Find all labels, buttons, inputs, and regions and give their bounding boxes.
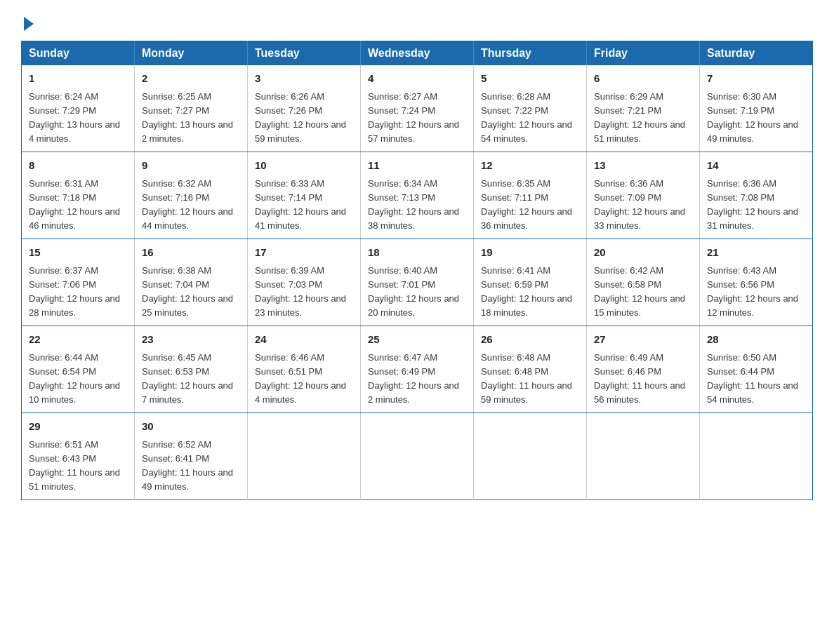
day-info: Sunrise: 6:39 AMSunset: 7:03 PMDaylight:… [255,265,346,318]
calendar-cell: 5 Sunrise: 6:28 AMSunset: 7:22 PMDayligh… [474,65,587,152]
day-info: Sunrise: 6:31 AMSunset: 7:18 PMDaylight:… [29,178,120,231]
calendar-cell [361,413,474,500]
day-info: Sunrise: 6:41 AMSunset: 6:59 PMDaylight:… [481,265,572,318]
day-info: Sunrise: 6:47 AMSunset: 6:49 PMDaylight:… [368,352,459,405]
day-info: Sunrise: 6:37 AMSunset: 7:06 PMDaylight:… [29,265,120,318]
calendar-cell: 1 Sunrise: 6:24 AMSunset: 7:29 PMDayligh… [22,65,135,152]
day-info: Sunrise: 6:30 AMSunset: 7:19 PMDaylight:… [707,91,798,144]
weekday-header-saturday: Saturday [700,41,813,66]
day-info: Sunrise: 6:50 AMSunset: 6:44 PMDaylight:… [707,352,798,405]
day-info: Sunrise: 6:51 AMSunset: 6:43 PMDaylight:… [29,439,120,492]
calendar-cell: 4 Sunrise: 6:27 AMSunset: 7:24 PMDayligh… [361,65,474,152]
day-number: 20 [594,245,692,261]
day-info: Sunrise: 6:26 AMSunset: 7:26 PMDaylight:… [255,91,346,144]
weekday-header-tuesday: Tuesday [248,41,361,66]
calendar-cell: 2 Sunrise: 6:25 AMSunset: 7:27 PMDayligh… [135,65,248,152]
day-number: 24 [255,332,353,348]
day-number: 25 [368,332,466,348]
calendar-cell: 9 Sunrise: 6:32 AMSunset: 7:16 PMDayligh… [135,152,248,239]
day-info: Sunrise: 6:48 AMSunset: 6:48 PMDaylight:… [481,352,572,405]
calendar-cell: 27 Sunrise: 6:49 AMSunset: 6:46 PMDaylig… [587,326,700,413]
calendar-cell: 25 Sunrise: 6:47 AMSunset: 6:49 PMDaylig… [361,326,474,413]
day-info: Sunrise: 6:36 AMSunset: 7:08 PMDaylight:… [707,178,798,231]
calendar-cell [248,413,361,500]
day-number: 5 [481,71,579,87]
day-number: 30 [142,419,240,435]
day-number: 12 [481,158,579,174]
day-number: 19 [481,245,579,261]
day-info: Sunrise: 6:33 AMSunset: 7:14 PMDaylight:… [255,178,346,231]
calendar-cell: 23 Sunrise: 6:45 AMSunset: 6:53 PMDaylig… [135,326,248,413]
calendar-cell [587,413,700,500]
weekday-header-sunday: Sunday [22,41,135,66]
calendar-cell: 26 Sunrise: 6:48 AMSunset: 6:48 PMDaylig… [474,326,587,413]
day-number: 22 [29,332,127,348]
day-number: 14 [707,158,805,174]
weekday-header-thursday: Thursday [474,41,587,66]
day-number: 29 [29,419,127,435]
calendar-week-row: 8 Sunrise: 6:31 AMSunset: 7:18 PMDayligh… [22,152,813,239]
day-number: 21 [707,245,805,261]
calendar-cell: 20 Sunrise: 6:42 AMSunset: 6:58 PMDaylig… [587,239,700,326]
day-number: 8 [29,158,127,174]
calendar-week-row: 15 Sunrise: 6:37 AMSunset: 7:06 PMDaylig… [22,239,813,326]
day-info: Sunrise: 6:45 AMSunset: 6:53 PMDaylight:… [142,352,233,405]
calendar-cell: 19 Sunrise: 6:41 AMSunset: 6:59 PMDaylig… [474,239,587,326]
calendar-cell: 13 Sunrise: 6:36 AMSunset: 7:09 PMDaylig… [587,152,700,239]
day-info: Sunrise: 6:52 AMSunset: 6:41 PMDaylight:… [142,439,233,492]
day-info: Sunrise: 6:27 AMSunset: 7:24 PMDaylight:… [368,91,459,144]
weekday-header-row: SundayMondayTuesdayWednesdayThursdayFrid… [22,41,813,66]
logo-arrow-icon [24,17,34,31]
day-info: Sunrise: 6:49 AMSunset: 6:46 PMDaylight:… [594,352,685,405]
calendar-cell: 3 Sunrise: 6:26 AMSunset: 7:26 PMDayligh… [248,65,361,152]
day-number: 13 [594,158,692,174]
day-number: 4 [368,71,466,87]
day-info: Sunrise: 6:42 AMSunset: 6:58 PMDaylight:… [594,265,685,318]
weekday-header-monday: Monday [135,41,248,66]
weekday-header-wednesday: Wednesday [361,41,474,66]
day-info: Sunrise: 6:38 AMSunset: 7:04 PMDaylight:… [142,265,233,318]
calendar-cell: 11 Sunrise: 6:34 AMSunset: 7:13 PMDaylig… [361,152,474,239]
logo [21,14,34,28]
day-number: 2 [142,71,240,87]
day-info: Sunrise: 6:24 AMSunset: 7:29 PMDaylight:… [29,91,120,144]
calendar-cell: 24 Sunrise: 6:46 AMSunset: 6:51 PMDaylig… [248,326,361,413]
calendar-cell: 8 Sunrise: 6:31 AMSunset: 7:18 PMDayligh… [22,152,135,239]
day-number: 23 [142,332,240,348]
day-info: Sunrise: 6:25 AMSunset: 7:27 PMDaylight:… [142,91,233,144]
day-info: Sunrise: 6:35 AMSunset: 7:11 PMDaylight:… [481,178,572,231]
day-number: 3 [255,71,353,87]
day-number: 18 [368,245,466,261]
calendar-cell: 6 Sunrise: 6:29 AMSunset: 7:21 PMDayligh… [587,65,700,152]
day-number: 15 [29,245,127,261]
calendar-cell: 10 Sunrise: 6:33 AMSunset: 7:14 PMDaylig… [248,152,361,239]
day-number: 7 [707,71,805,87]
day-number: 10 [255,158,353,174]
calendar-cell: 18 Sunrise: 6:40 AMSunset: 7:01 PMDaylig… [361,239,474,326]
day-info: Sunrise: 6:34 AMSunset: 7:13 PMDaylight:… [368,178,459,231]
day-number: 6 [594,71,692,87]
day-info: Sunrise: 6:29 AMSunset: 7:21 PMDaylight:… [594,91,685,144]
calendar-cell: 29 Sunrise: 6:51 AMSunset: 6:43 PMDaylig… [22,413,135,500]
day-info: Sunrise: 6:36 AMSunset: 7:09 PMDaylight:… [594,178,685,231]
weekday-header-friday: Friday [587,41,700,66]
page-header [21,14,813,28]
day-number: 27 [594,332,692,348]
calendar-cell: 7 Sunrise: 6:30 AMSunset: 7:19 PMDayligh… [700,65,813,152]
day-number: 11 [368,158,466,174]
calendar-cell: 15 Sunrise: 6:37 AMSunset: 7:06 PMDaylig… [22,239,135,326]
calendar-cell: 28 Sunrise: 6:50 AMSunset: 6:44 PMDaylig… [700,326,813,413]
day-info: Sunrise: 6:28 AMSunset: 7:22 PMDaylight:… [481,91,572,144]
calendar-week-row: 22 Sunrise: 6:44 AMSunset: 6:54 PMDaylig… [22,326,813,413]
day-info: Sunrise: 6:40 AMSunset: 7:01 PMDaylight:… [368,265,459,318]
day-number: 9 [142,158,240,174]
calendar-cell: 21 Sunrise: 6:43 AMSunset: 6:56 PMDaylig… [700,239,813,326]
calendar-table: SundayMondayTuesdayWednesdayThursdayFrid… [21,41,813,500]
calendar-week-row: 1 Sunrise: 6:24 AMSunset: 7:29 PMDayligh… [22,65,813,152]
calendar-cell [700,413,813,500]
day-number: 28 [707,332,805,348]
calendar-cell: 22 Sunrise: 6:44 AMSunset: 6:54 PMDaylig… [22,326,135,413]
day-info: Sunrise: 6:32 AMSunset: 7:16 PMDaylight:… [142,178,233,231]
calendar-cell: 14 Sunrise: 6:36 AMSunset: 7:08 PMDaylig… [700,152,813,239]
calendar-week-row: 29 Sunrise: 6:51 AMSunset: 6:43 PMDaylig… [22,413,813,500]
